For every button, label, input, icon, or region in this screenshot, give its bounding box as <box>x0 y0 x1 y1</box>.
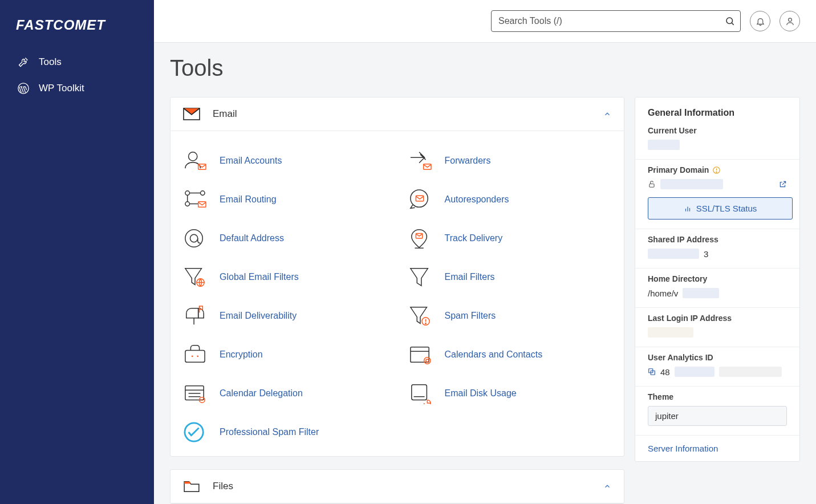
svg-rect-12 <box>198 202 206 208</box>
theme-label: Theme <box>648 392 787 401</box>
analytics-value: 48 <box>648 367 787 377</box>
tool-label: Forwarders <box>445 156 491 166</box>
panel-title: Email <box>213 108 237 120</box>
brand-logo: FASTCOMET <box>0 11 154 49</box>
tool-label: Email Accounts <box>220 156 282 166</box>
tool-spam-filters[interactable]: Spam Filters <box>406 296 614 335</box>
sidebar-item-wp-toolkit[interactable]: WP Toolkit <box>0 75 154 101</box>
tool-label: Email Routing <box>220 194 277 205</box>
tool-calendar-delegation[interactable]: Calendar Delegation <box>181 374 389 413</box>
svg-rect-49 <box>649 184 654 187</box>
briefcase-lock-icon <box>182 343 208 367</box>
funnel-icon <box>407 265 433 289</box>
calendar-gear-icon <box>182 381 208 405</box>
disk-chart-icon <box>407 381 433 405</box>
current-user-label: Current User <box>648 126 787 135</box>
tool-calendars-contacts[interactable]: Calendars and Contacts <box>406 335 614 374</box>
tool-label: Calendars and Contacts <box>445 349 543 360</box>
tool-default-address[interactable]: Default Address <box>181 219 389 258</box>
search-input[interactable] <box>491 10 741 32</box>
home-dir-label: Home Directory <box>648 274 787 283</box>
svg-rect-42 <box>411 385 427 400</box>
tool-email-disk-usage[interactable]: Email Disk Usage <box>406 374 614 413</box>
shared-ip-label: Shared IP Address <box>648 235 787 244</box>
chevron-up-icon <box>603 482 611 490</box>
wordpress-icon <box>17 82 30 95</box>
bell-icon <box>756 17 765 26</box>
copy-icon[interactable] <box>648 368 656 376</box>
general-info-panel: General Information Current User Primary… <box>635 97 800 462</box>
tool-label: Track Delivery <box>445 233 503 243</box>
reply-loop-icon <box>407 188 433 212</box>
svg-rect-8 <box>423 164 431 170</box>
current-user-value <box>648 140 787 150</box>
primary-domain-label: Primary Domain <box>648 165 787 174</box>
spam-shield-icon <box>182 420 208 444</box>
user-icon <box>785 17 795 26</box>
svg-point-34 <box>424 357 430 364</box>
svg-point-6 <box>189 152 197 161</box>
bar-chart-icon <box>684 205 692 213</box>
svg-rect-45 <box>184 482 190 484</box>
chevron-up-icon <box>603 110 611 118</box>
external-link-icon[interactable] <box>779 180 787 188</box>
svg-point-10 <box>201 191 205 196</box>
top-bar <box>154 0 816 43</box>
calendar-at-icon <box>407 343 433 367</box>
svg-point-35 <box>425 359 428 362</box>
main-content: Tools Email <box>154 0 816 504</box>
svg-rect-14 <box>416 196 423 201</box>
tool-global-email-filters[interactable]: Global Email Filters <box>181 258 389 296</box>
routing-icon <box>182 188 208 212</box>
sidebar: FASTCOMET Tools WP Toolkit <box>0 0 154 504</box>
svg-point-15 <box>185 230 202 247</box>
last-login-label: Last Login IP Address <box>648 314 787 323</box>
funnel-globe-icon <box>182 265 208 289</box>
tool-track-delivery[interactable]: Track Delivery <box>406 219 614 258</box>
email-panel-header[interactable]: Email <box>170 97 624 131</box>
server-info-link[interactable]: Server Information <box>635 435 799 461</box>
ssl-status-button[interactable]: SSL/TLS Status <box>648 197 793 220</box>
shared-ip-value: 3 <box>648 249 787 259</box>
panel-title: Files <box>213 481 233 492</box>
tool-email-routing[interactable]: Email Routing <box>181 180 389 219</box>
sidebar-item-label: WP Toolkit <box>39 83 84 94</box>
notifications-button[interactable] <box>750 11 770 31</box>
tool-forwarders[interactable]: Forwarders <box>406 141 614 180</box>
svg-point-41 <box>201 399 203 401</box>
tool-label: Autoresponders <box>445 194 509 205</box>
tool-professional-spam-filter[interactable]: Professional Spam Filter <box>181 413 389 452</box>
mailbox-icon <box>182 304 208 328</box>
theme-select[interactable]: jupiter <box>648 406 787 426</box>
tool-label: Default Address <box>220 233 284 243</box>
forward-arrow-icon <box>407 149 433 173</box>
tool-email-deliverability[interactable]: Email Deliverability <box>181 296 389 335</box>
tool-encryption[interactable]: Encryption <box>181 335 389 374</box>
svg-point-25 <box>425 323 426 324</box>
tool-email-accounts[interactable]: Email Accounts <box>181 141 389 180</box>
unlock-icon <box>648 180 656 188</box>
tool-label: Encryption <box>220 349 263 360</box>
svg-point-4 <box>788 18 791 21</box>
email-panel: Email Email Accounts Forwar <box>170 97 624 457</box>
svg-point-16 <box>190 234 197 242</box>
svg-point-11 <box>185 202 190 206</box>
tool-label: Email Deliverability <box>220 311 297 321</box>
sidebar-item-label: Tools <box>39 56 62 68</box>
tool-label: Spam Filters <box>445 311 496 321</box>
tools-icon <box>17 56 30 68</box>
svg-point-9 <box>185 191 190 196</box>
analytics-label: User Analytics ID <box>648 353 787 362</box>
info-title: General Information <box>635 97 799 126</box>
files-panel-header[interactable]: Files <box>170 470 624 503</box>
svg-point-28 <box>197 355 198 357</box>
tool-autoresponders[interactable]: Autoresponders <box>406 180 614 219</box>
svg-point-27 <box>192 355 193 357</box>
tool-label: Global Email Filters <box>220 272 299 282</box>
funnel-alert-icon <box>407 304 433 328</box>
sidebar-item-tools[interactable]: Tools <box>0 49 154 75</box>
pin-mail-icon <box>407 226 433 250</box>
tool-email-filters[interactable]: Email Filters <box>406 258 614 296</box>
user-menu-button[interactable] <box>780 11 800 31</box>
files-panel: Files <box>170 469 624 504</box>
